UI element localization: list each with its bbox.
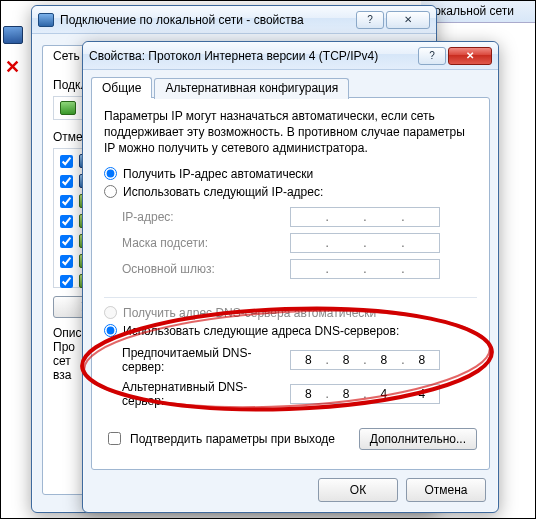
close-button[interactable]: ✕ xyxy=(448,47,492,65)
tab-panel-general: Параметры IP могут назначаться автоматич… xyxy=(91,97,490,470)
tab-alternate-config[interactable]: Альтернативная конфигурация xyxy=(154,78,349,99)
dns-octet[interactable]: 8 xyxy=(329,387,363,401)
item-checkbox[interactable] xyxy=(60,215,73,228)
ipv4-properties-window: Свойства: Протокол Интернета версии 4 (T… xyxy=(82,41,499,513)
dns-octet[interactable]: 8 xyxy=(291,387,325,401)
confirm-on-exit[interactable]: Подтвердить параметры при выходе xyxy=(104,429,335,448)
dns-octet[interactable]: 8 xyxy=(367,353,401,367)
confirm-label: Подтвердить параметры при выходе xyxy=(130,432,335,446)
dialog-buttons: ОК Отмена xyxy=(91,470,490,504)
window-title: Подключение по локальной сети - свойства xyxy=(60,13,350,27)
radio-ip-manual-input[interactable] xyxy=(104,185,117,198)
item-checkbox[interactable] xyxy=(60,175,73,188)
help-text: Параметры IP могут назначаться автоматич… xyxy=(104,108,477,157)
input-ip-address: ... xyxy=(290,207,440,227)
item-checkbox[interactable] xyxy=(60,235,73,248)
label-ip-address: IP-адрес: xyxy=(122,210,282,224)
dns-fields: Предпочитаемый DNS-сервер: 8. 8. 8. 8 Ал… xyxy=(122,346,477,408)
item-checkbox[interactable] xyxy=(60,275,73,288)
radio-ip-auto-label: Получить IP-адрес автоматически xyxy=(123,167,313,181)
radio-dns-manual-label: Использовать следующие адреса DNS-сервер… xyxy=(123,324,399,338)
radio-ip-manual-label: Использовать следующий IP-адрес: xyxy=(123,185,323,199)
radio-ip-auto-input[interactable] xyxy=(104,167,117,180)
background-titlebar-fragment: локальной сети xyxy=(421,1,535,23)
dns-octet[interactable]: 8 xyxy=(329,353,363,367)
help-button[interactable]: ? xyxy=(418,47,446,65)
label-alternate-dns: Альтернативный DNS-сервер: xyxy=(122,380,282,408)
input-alternate-dns[interactable]: 8. 8. 4. 4 xyxy=(290,384,440,404)
label-gateway: Основной шлюз: xyxy=(122,262,282,276)
radio-dns-auto-input xyxy=(104,306,117,319)
titlebar[interactable]: Свойства: Протокол Интернета версии 4 (T… xyxy=(83,42,498,70)
dns-octet[interactable]: 8 xyxy=(291,353,325,367)
advanced-button[interactable]: Дополнительно... xyxy=(359,428,477,450)
ip-fields: IP-адрес: ... Маска подсети: ... Основно… xyxy=(122,207,477,279)
nic-icon xyxy=(60,101,76,115)
item-checkbox[interactable] xyxy=(60,255,73,268)
window-title: Свойства: Протокол Интернета версии 4 (T… xyxy=(89,49,412,63)
input-preferred-dns[interactable]: 8. 8. 8. 8 xyxy=(290,350,440,370)
dns-octet[interactable]: 8 xyxy=(404,353,438,367)
background-hint: ✕ xyxy=(1,1,31,61)
radio-dns-auto[interactable]: Получить адрес DNS-сервера автоматически xyxy=(104,306,477,320)
monitor-icon xyxy=(3,26,23,44)
input-gateway: ... xyxy=(290,259,440,279)
cancel-button[interactable]: Отмена xyxy=(406,478,486,502)
tab-general[interactable]: Общие xyxy=(91,77,152,98)
radio-dns-auto-label: Получить адрес DNS-сервера автоматически xyxy=(123,306,376,320)
label-subnet-mask: Маска подсети: xyxy=(122,236,282,250)
network-icon xyxy=(38,13,54,27)
close-icon: ✕ xyxy=(5,56,20,78)
separator xyxy=(104,297,477,298)
ok-button[interactable]: ОК xyxy=(318,478,398,502)
titlebar[interactable]: Подключение по локальной сети - свойства… xyxy=(32,6,436,34)
label-preferred-dns: Предпочитаемый DNS-сервер: xyxy=(122,346,282,374)
dns-group: Получить адрес DNS-сервера автоматически… xyxy=(104,306,477,414)
radio-ip-auto[interactable]: Получить IP-адрес автоматически xyxy=(104,167,477,181)
confirm-checkbox[interactable] xyxy=(108,432,121,445)
radio-ip-manual[interactable]: Использовать следующий IP-адрес: xyxy=(104,185,477,199)
item-checkbox[interactable] xyxy=(60,195,73,208)
help-button[interactable]: ? xyxy=(356,11,384,29)
input-subnet-mask: ... xyxy=(290,233,440,253)
ip-group: Получить IP-адрес автоматически Использо… xyxy=(104,167,477,285)
dns-octet[interactable]: 4 xyxy=(404,387,438,401)
radio-dns-manual[interactable]: Использовать следующие адреса DNS-сервер… xyxy=(104,324,477,338)
dns-octet[interactable]: 4 xyxy=(367,387,401,401)
radio-dns-manual-input[interactable] xyxy=(104,324,117,337)
item-checkbox[interactable] xyxy=(60,155,73,168)
close-button[interactable]: ✕ xyxy=(386,11,430,29)
